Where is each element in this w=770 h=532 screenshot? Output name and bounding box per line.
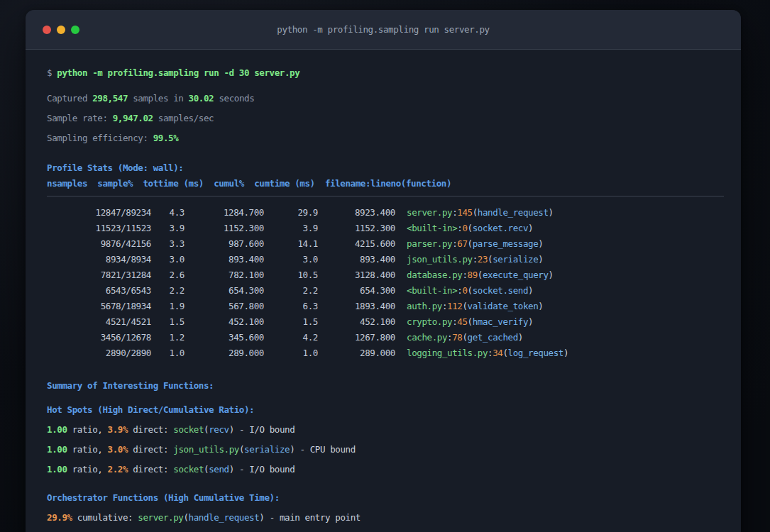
cumul-pct-cell: 1.5 — [264, 314, 318, 330]
orchestrators-title: Orchestrator Functions (High Cumulative … — [47, 490, 724, 506]
efficiency-value: 99.5% — [153, 133, 179, 143]
direct-pct-value: 3.0% — [108, 444, 128, 455]
ratio-value: 1.00 — [47, 424, 67, 435]
captured-samples-value: 298,547 — [92, 93, 128, 104]
nsamples-cell: 3456/12678 — [47, 330, 151, 345]
function-cell: <built-in>:0(socket.recv) — [395, 221, 533, 236]
hot-spots-title: Hot Spots (High Direct/Cumulative Ratio)… — [47, 402, 724, 418]
minimize-button[interactable] — [57, 26, 65, 34]
cumul-pct-cell: 3.9 — [264, 221, 318, 236]
shell-prompt: $ — [47, 67, 52, 78]
captured-mid-label: samples in — [133, 93, 183, 104]
function-cell: json_utils.py:23(serialize) — [395, 252, 543, 267]
sample-pct-cell: 2.6 — [151, 267, 185, 283]
table-row: 2890/28901.0289.0001.0289.000logging_uti… — [47, 345, 724, 361]
cumtime-cell: 1267.800 — [318, 330, 395, 345]
tottime-cell: 1152.300 — [185, 221, 264, 236]
sample-pct-cell: 2.2 — [151, 283, 185, 299]
cumtime-cell: 1152.300 — [318, 221, 395, 236]
direct-pct-value: 3.9% — [108, 424, 128, 435]
orchestrator-line: 29.9% cumulative: server.py(handle_reque… — [47, 510, 724, 526]
cumul-pct-cell: 2.2 — [264, 283, 318, 299]
table-row: 9876/421563.3987.60014.14215.600parser.p… — [47, 236, 724, 252]
cumtime-cell: 4215.600 — [318, 236, 395, 252]
hot-spot-line: 1.00 ratio, 3.0% direct: json_utils.py(s… — [47, 442, 724, 458]
hot-spot-note: - I/O bound — [239, 464, 295, 475]
sample-pct-cell: 3.9 — [151, 221, 185, 236]
cumtime-cell: 289.000 — [318, 345, 395, 361]
cumulative-pct-value: 29.9% — [47, 512, 72, 523]
sample-pct-cell: 4.3 — [151, 205, 185, 221]
nsamples-cell: 8934/8934 — [47, 252, 151, 267]
hot-spot-note: - CPU bound — [299, 444, 355, 455]
ratio-value: 1.00 — [47, 464, 67, 475]
cumtime-cell: 654.300 — [318, 283, 395, 299]
sample-rate-label: Sample rate: — [47, 113, 108, 123]
function-cell: parser.py:67(parse_message) — [395, 236, 543, 252]
function-cell: server.py:145(handle_request) — [395, 205, 554, 221]
table-header: nsamples sample% tottime (ms) cumul% cum… — [47, 176, 724, 192]
nsamples-cell: 4521/4521 — [47, 314, 151, 330]
function-cell: auth.py:112(validate_token) — [395, 299, 543, 314]
function-cell: cache.py:78(get_cached) — [395, 330, 523, 345]
sample-pct-cell: 3.3 — [151, 236, 185, 252]
hot-spot-line: 1.00 ratio, 3.9% direct: socket(recv) - … — [47, 422, 724, 438]
table-row: 12847/892344.31284.70029.98923.400server… — [47, 205, 724, 221]
terminal-content[interactable]: $ python -m profiling.sampling run -d 30… — [26, 50, 741, 532]
summary-title: Summary of Interesting Functions: — [47, 378, 724, 394]
nsamples-cell: 7821/31284 — [47, 267, 151, 283]
captured-line: Captured 298,547 samples in 30.02 second… — [47, 91, 724, 106]
table-row: 4521/45211.5452.1001.5452.100crypto.py:4… — [47, 314, 724, 330]
table-row: 3456/126781.2345.6004.21267.800cache.py:… — [47, 330, 724, 345]
cumtime-cell: 8923.400 — [318, 205, 395, 221]
traffic-lights — [43, 10, 79, 49]
cumtime-cell: 893.400 — [318, 252, 395, 267]
tottime-cell: 289.000 — [185, 345, 264, 361]
nsamples-cell: 6543/6543 — [47, 283, 151, 299]
cumul-pct-cell: 1.0 — [264, 345, 318, 361]
efficiency-line: Sampling efficiency: 99.5% — [47, 131, 724, 146]
close-button[interactable] — [43, 26, 51, 34]
tottime-cell: 782.100 — [185, 267, 264, 283]
tottime-cell: 567.800 — [185, 299, 264, 314]
sample-pct-cell: 1.2 — [151, 330, 185, 345]
table-row: 7821/312842.6782.10010.53128.400database… — [47, 267, 724, 283]
cumul-pct-cell: 6.3 — [264, 299, 318, 314]
table-row: 6543/65432.2654.3002.2654.300<built-in>:… — [47, 283, 724, 299]
orchestrator-note: - main entry point — [270, 512, 361, 523]
table-row: 5678/189341.9567.8006.31893.400auth.py:1… — [47, 299, 724, 314]
nsamples-cell: 12847/89234 — [47, 205, 151, 221]
ratio-value: 1.00 — [47, 444, 67, 455]
hot-spot-note: - I/O bound — [239, 424, 295, 435]
table-row: 11523/115233.91152.3003.91152.300<built-… — [47, 221, 724, 236]
cumul-pct-cell: 4.2 — [264, 330, 318, 345]
sample-pct-cell: 1.9 — [151, 299, 185, 314]
maximize-button[interactable] — [71, 26, 79, 34]
window-title: python -m profiling.sampling run server.… — [277, 24, 489, 35]
tottime-cell: 1284.700 — [185, 205, 264, 221]
titlebar[interactable]: python -m profiling.sampling run server.… — [26, 10, 741, 50]
command-text: python -m profiling.sampling run -d 30 s… — [57, 67, 299, 78]
command-line: $ python -m profiling.sampling run -d 30… — [47, 65, 724, 81]
function-cell: crypto.py:45(hmac_verify) — [395, 314, 533, 330]
tottime-cell: 452.100 — [185, 314, 264, 330]
sample-rate-value: 9,947.02 — [113, 113, 153, 123]
cumtime-cell: 3128.400 — [318, 267, 395, 283]
tottime-cell: 345.600 — [185, 330, 264, 345]
captured-label: Captured — [47, 93, 87, 104]
table-divider — [47, 196, 724, 196]
sample-rate-unit: samples/sec — [158, 113, 214, 123]
table-row: 8934/89343.0893.4003.0893.400json_utils.… — [47, 252, 724, 267]
cumul-pct-cell: 3.0 — [264, 252, 318, 267]
profile-stats-title: Profile Stats (Mode: wall): — [47, 160, 724, 176]
nsamples-cell: 9876/42156 — [47, 236, 151, 252]
function-cell: <built-in>:0(socket.send) — [395, 283, 533, 299]
tottime-cell: 654.300 — [185, 283, 264, 299]
sample-pct-cell: 1.0 — [151, 345, 185, 361]
cumul-pct-cell: 14.1 — [264, 236, 318, 252]
function-cell: logging_utils.py:34(log_request) — [395, 345, 568, 361]
function-cell: database.py:89(execute_query) — [395, 267, 554, 283]
direct-pct-value: 2.2% — [108, 464, 128, 475]
nsamples-cell: 11523/11523 — [47, 221, 151, 236]
terminal-window: python -m profiling.sampling run server.… — [26, 10, 741, 532]
